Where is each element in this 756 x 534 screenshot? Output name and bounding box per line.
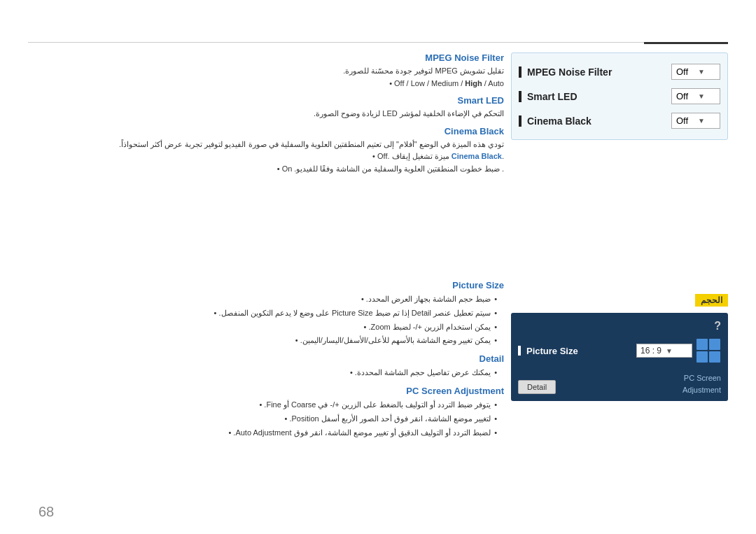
- mpeg-options: Off / Low / Medium / High / Auto •: [28, 78, 504, 90]
- mpeg-filter-arrow: ▼: [698, 68, 715, 76]
- pc-adjustment-bullets: يتوفر ضبط التردد أو التوليف بالضغط على ا…: [28, 398, 504, 440]
- detail-button[interactable]: Detail: [518, 380, 556, 394]
- smart-led-select[interactable]: Off ▼: [671, 88, 720, 104]
- top-divider-line: [28, 42, 728, 43]
- coarse-highlight: Coarse: [291, 400, 316, 409]
- ps-bullet-1: ضبط حجم الشاشة بجهاز العرض المحدد. •: [28, 293, 497, 307]
- detail-bullets: يمكنك عرض تفاصيل حجم الشاشة المحددة. •: [28, 366, 504, 380]
- picture-size-section: Picture Size ضبط حجم الشاشة بجهاز العرض …: [28, 280, 504, 348]
- svg-rect-1: [709, 339, 720, 350]
- cinema-black-bold: Cinema Black: [451, 152, 502, 160]
- mpeg-filter-select[interactable]: Off ▼: [671, 64, 720, 80]
- smart-led-desc: التحكم في الإضاءة الخلفية لمؤشر LED لزيا…: [28, 108, 504, 120]
- top-accent-line: [644, 42, 728, 44]
- auto-adj-highlight: Auto Adjustment: [235, 428, 291, 437]
- left-content-bottom: Picture Size ضبط حجم الشاشة بجهاز العرض …: [28, 280, 504, 445]
- ps-highlight: Picture Size: [332, 309, 373, 317]
- page-number: 68: [38, 504, 54, 520]
- detail-highlight: Detail: [412, 309, 431, 317]
- ps-bullet-4: يمكن تغيير وضع الشاشة بالأسهم للأعلى/الأ…: [28, 334, 497, 348]
- detail-bullet-1: يمكنك عرض تفاصيل حجم الشاشة المحددة. •: [28, 366, 497, 380]
- pc-adjustment-section: PC Screen Adjustment يتوفر ضبط التردد أو…: [28, 386, 504, 440]
- detail-section: Detail يمكنك عرض تفاصيل حجم الشاشة المحد…: [28, 353, 504, 380]
- picture-size-panel-label: Picture Size: [518, 346, 578, 356]
- pc-bullet-3: لضبط التردد أو التوليف الدقيق أو تغيير م…: [28, 426, 497, 440]
- cinema-black-select[interactable]: Off ▼: [671, 113, 720, 129]
- mpeg-high: High: [465, 79, 482, 87]
- smart-led-arrow: ▼: [698, 92, 715, 100]
- svg-rect-3: [709, 351, 720, 363]
- detail-title: Detail: [28, 353, 504, 364]
- mpeg-filter-row: MPEG Noise Filter Off ▼: [519, 64, 720, 80]
- pc-bullet-1: يتوفر ضبط التردد أو التوليف بالضغط على ا…: [28, 398, 497, 412]
- cinema-black-section: Cinema Black تودي هذه الميزة في الوضع "أ…: [28, 126, 504, 176]
- smart-led-section: Smart LED التحكم في الإضاءة الخلفية لمؤش…: [28, 95, 504, 120]
- pc-adjustment-title: PC Screen Adjustment: [28, 386, 504, 396]
- svg-rect-2: [696, 351, 708, 363]
- picture-size-bullets: ضبط حجم الشاشة بجهاز العرض المحدد. • سيت…: [28, 293, 504, 348]
- right-picture-panel: الحجم ? Picture Size 16 : 9 ▼: [511, 294, 728, 401]
- cinema-black-off: .Cinema Black ميزة تشغيل إيقاف .Off •: [28, 150, 504, 163]
- left-content-top: MPEG Noise Filter تقليل تشويش MPEG لتوفي…: [28, 52, 504, 181]
- detail-button-area: Detail: [518, 377, 556, 394]
- right-settings-panel: MPEG Noise Filter Off ▼ Smart LED Off ▼ …: [511, 52, 728, 140]
- ps-bullet-2: سيتم تعطيل عنصر Detail إذا تم ضبط Pictur…: [28, 307, 497, 321]
- pc-bullet-2: لتغيير موضع الشاشة، انقر فوق أحد الصور ا…: [28, 412, 497, 426]
- cinema-black-desc: تودي هذه الميزة في الوضع "أفلام" إلى تعت…: [28, 139, 504, 151]
- picture-size-panel: ? Picture Size 16 : 9 ▼: [511, 313, 728, 401]
- cinema-black-title: Cinema Black: [28, 126, 504, 136]
- cinema-black-arrow: ▼: [698, 117, 715, 125]
- smart-led-row: Smart LED Off ▼: [519, 88, 720, 104]
- fine-highlight: Fine: [266, 400, 281, 409]
- grid-icon: [696, 338, 721, 363]
- picture-size-arrow: ▼: [666, 347, 688, 355]
- mpeg-filter-label: MPEG Noise Filter: [519, 66, 612, 78]
- cinema-black-on: . ضبط خطوت المنطقتين العلوية والسفلية من…: [28, 163, 504, 176]
- smart-led-title: Smart LED: [28, 95, 504, 106]
- mpeg-title: MPEG Noise Filter: [28, 52, 504, 63]
- picture-size-title: Picture Size: [28, 280, 504, 290]
- picture-size-dropdown[interactable]: 16 : 9 ▼: [636, 344, 692, 358]
- pc-screen-label: PC Screen: [682, 374, 721, 382]
- mpeg-desc: تقليل تشويش MPEG لتوفير جودة محسّنة للصو…: [28, 65, 504, 78]
- help-question-mark[interactable]: ?: [518, 320, 721, 332]
- mpeg-section: MPEG Noise Filter تقليل تشويش MPEG لتوفي…: [28, 52, 504, 90]
- svg-rect-0: [696, 339, 708, 350]
- position-highlight: Position: [291, 414, 318, 423]
- zoom-highlight: Zoom: [371, 323, 391, 331]
- ps-bullet-3: يمكن استخدام الزرين +/- لضبط Zoom. •: [28, 321, 497, 335]
- cinema-black-label: Cinema Black: [519, 115, 592, 127]
- pc-screen-area: PC Screen Adjustment: [682, 370, 721, 394]
- adjustment-label: Adjustment: [682, 386, 721, 394]
- cinema-black-row: Cinema Black Off ▼: [519, 113, 720, 129]
- arabic-size-label: الحجم: [695, 294, 728, 307]
- smart-led-label: Smart LED: [519, 91, 578, 102]
